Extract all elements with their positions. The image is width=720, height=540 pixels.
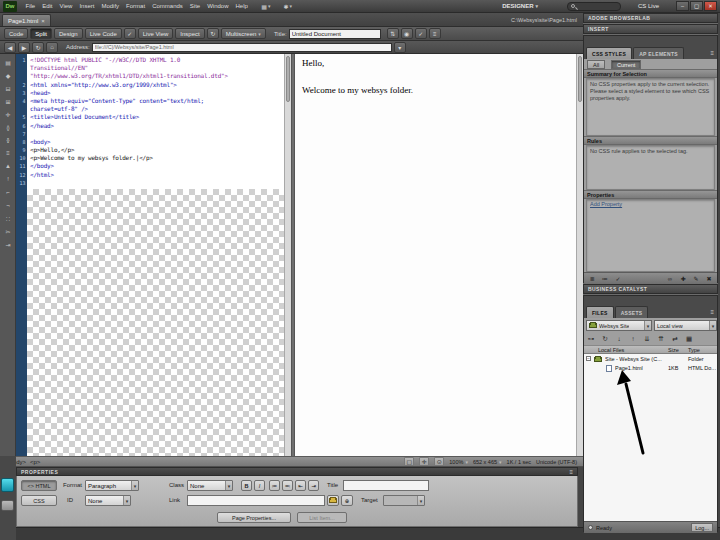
- file-list-columns[interactable]: Local Files Size Type: [584, 345, 717, 354]
- dreamweaver-logo[interactable]: Dw: [3, 1, 17, 12]
- validate-markup-icon[interactable]: ✓: [415, 28, 427, 39]
- tab-ap-elements[interactable]: AP ELEMENTS: [633, 47, 684, 59]
- dock-teal-icon[interactable]: [1, 478, 14, 492]
- open-documents-icon[interactable]: ▤: [2, 57, 14, 67]
- menu-item[interactable]: Help: [232, 0, 251, 13]
- menu-item[interactable]: Site: [186, 0, 203, 13]
- dock-gray-icon[interactable]: [1, 500, 14, 511]
- code-text[interactable]: charset=utf-8" />: [27, 105, 88, 113]
- ordered-list-icon[interactable]: ≕: [282, 480, 293, 491]
- menu-item[interactable]: Insert: [76, 0, 98, 13]
- panel-menu-icon[interactable]: ≡: [710, 50, 714, 56]
- synchronize-icon[interactable]: ⇄: [670, 334, 680, 344]
- line-numbers-icon[interactable]: ≡: [2, 148, 14, 158]
- insert-panel-header[interactable]: INSERT: [583, 24, 718, 34]
- code-text[interactable]: <meta http-equiv="Content-Type" content=…: [27, 97, 204, 105]
- select-tool-icon[interactable]: ▢: [404, 457, 414, 466]
- scrollbar-thumb[interactable]: [286, 56, 290, 102]
- close-button[interactable]: ✕: [704, 1, 717, 11]
- business-catalyst-panel-header[interactable]: BUSINESS CATALYST: [583, 284, 718, 294]
- current-mode-button[interactable]: Current: [611, 60, 641, 69]
- document-title-input[interactable]: [289, 29, 381, 39]
- indent-code-icon[interactable]: ⇥: [2, 239, 14, 249]
- log-button[interactable]: Log...: [691, 523, 713, 532]
- link-input[interactable]: [187, 495, 325, 506]
- add-property-link[interactable]: Add Property: [590, 201, 622, 207]
- code-text[interactable]: <html xmlns="http://www.w3.org/1999/xhtm…: [27, 81, 177, 89]
- wrap-tag-icon[interactable]: ∷: [2, 213, 14, 223]
- menu-item[interactable]: Commands: [149, 0, 187, 13]
- summary-section-header[interactable]: Summary for Selection: [584, 69, 717, 78]
- show-code-navigator-icon[interactable]: ◆: [2, 70, 14, 80]
- zoom-tool-icon[interactable]: ⊙: [434, 457, 444, 466]
- list-item-button[interactable]: List Item...: [297, 512, 347, 523]
- collapse-full-tag-icon[interactable]: ⊟: [2, 83, 14, 93]
- edit-rule-icon[interactable]: ✎: [691, 274, 701, 283]
- tree-expander-icon[interactable]: −: [586, 356, 591, 361]
- minimize-button[interactable]: –: [676, 1, 689, 11]
- code-text[interactable]: <p>Hello,</p>: [27, 146, 74, 154]
- code-text[interactable]: <title>Untitled Document</title>: [27, 113, 139, 121]
- code-text[interactable]: </body>: [27, 162, 54, 170]
- unordered-list-icon[interactable]: ≔: [269, 480, 280, 491]
- code-view[interactable]: 1<!DOCTYPE html PUBLIC "-//W3C//DTD XHTM…: [16, 54, 291, 456]
- code-text[interactable]: <head>: [27, 89, 50, 97]
- panel-menu-icon[interactable]: ≡: [569, 469, 573, 475]
- balance-braces-icon[interactable]: {}: [2, 135, 14, 145]
- tag-selector-p[interactable]: <p>: [30, 459, 40, 465]
- view-mode-select[interactable]: Local view ▾: [654, 320, 717, 331]
- code-text[interactable]: <!DOCTYPE html PUBLIC "-//W3C//DTD XHTML…: [27, 56, 180, 64]
- new-css-rule-icon[interactable]: ✚: [678, 274, 688, 283]
- show-only-set-properties-icon[interactable]: ✓: [613, 274, 623, 283]
- code-text[interactable]: Transitional//EN": [27, 64, 88, 72]
- refresh-icon[interactable]: ↻: [32, 42, 44, 53]
- code-view-button[interactable]: Code: [4, 28, 28, 39]
- highlight-invalid-code-icon[interactable]: ▲: [2, 161, 14, 171]
- design-scrollbar[interactable]: [576, 54, 583, 456]
- code-text[interactable]: [27, 179, 30, 187]
- menu-item[interactable]: Modify: [98, 0, 123, 13]
- refresh-icon[interactable]: ↻: [600, 334, 610, 344]
- code-text[interactable]: <body>: [27, 138, 50, 146]
- outdent-icon[interactable]: ⇤: [295, 480, 306, 491]
- window-size-select[interactable]: 652 x 465▾: [473, 459, 502, 465]
- show-category-view-icon[interactable]: ≣: [587, 274, 597, 283]
- css-mode-button[interactable]: CSS: [21, 495, 57, 506]
- check-out-icon[interactable]: ⇊: [642, 334, 652, 344]
- cs-live-button[interactable]: CS Live: [638, 3, 659, 9]
- home-icon[interactable]: ⌂: [46, 42, 58, 53]
- file-tree-row-page1[interactable]: Page1.html 1KB HTML Do...: [584, 364, 717, 373]
- properties-panel-header[interactable]: PROPERTIES ≡: [16, 467, 578, 476]
- zoom-level-select[interactable]: 100%▾: [449, 459, 468, 465]
- menu-item[interactable]: Format: [123, 0, 149, 13]
- design-view[interactable]: Hello, Welcome to my websys folder.: [295, 54, 576, 456]
- forward-icon[interactable]: ▶: [18, 42, 30, 53]
- tab-css-styles[interactable]: CSS STYLES: [586, 47, 632, 59]
- menu-item[interactable]: File: [22, 0, 39, 13]
- maximize-button[interactable]: ▢: [690, 1, 703, 11]
- layout-switcher-icon[interactable]: ▦▾: [258, 3, 273, 10]
- code-text[interactable]: [27, 130, 30, 138]
- address-input[interactable]: [92, 43, 392, 52]
- remove-comment-icon[interactable]: ¬: [2, 200, 14, 210]
- bold-button[interactable]: B: [241, 480, 252, 491]
- site-select[interactable]: Websys Site ▾: [586, 320, 652, 331]
- split-view-button[interactable]: Split: [30, 28, 52, 39]
- tab-assets[interactable]: ASSETS: [615, 306, 649, 318]
- get-files-icon[interactable]: ↓: [614, 334, 624, 344]
- class-select[interactable]: None▾: [187, 480, 233, 491]
- code-text[interactable]: </html>: [27, 171, 54, 179]
- live-view-options-icon[interactable]: ▾: [394, 42, 406, 53]
- properties-section-header[interactable]: Properties: [584, 190, 717, 199]
- design-paragraph[interactable]: Welcome to my websys folder.: [302, 85, 413, 95]
- multiscreen-button[interactable]: Multiscreen▾: [221, 28, 266, 39]
- title-field-input[interactable]: [343, 480, 429, 491]
- file-tree-row-site[interactable]: − Site - Websys Site (C... Folder: [584, 355, 717, 364]
- browse-folder-icon[interactable]: [327, 495, 339, 506]
- back-icon[interactable]: ◀: [4, 42, 16, 53]
- page-properties-button[interactable]: Page Properties...: [217, 512, 291, 523]
- document-tab[interactable]: Page1.html ×: [2, 14, 51, 26]
- expand-panel-icon[interactable]: ▦: [684, 334, 694, 344]
- file-management-icon[interactable]: ⇅: [387, 28, 399, 39]
- design-paragraph[interactable]: Hello,: [302, 58, 324, 68]
